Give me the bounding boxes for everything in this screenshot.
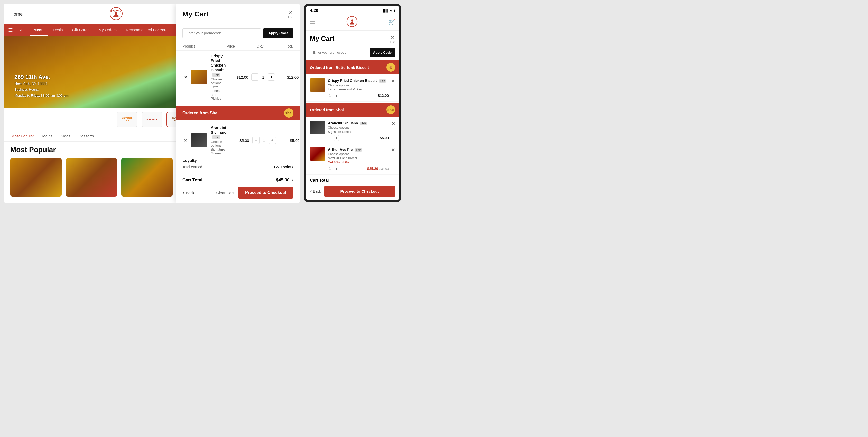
remove-item-1-button[interactable]: ✕ (182, 75, 189, 80)
hero-city: New York, NY 10001 (14, 82, 68, 86)
hero-address: 269 11th Ave. (14, 74, 68, 81)
mobile-apply-code-button[interactable]: Apply Code (370, 48, 395, 57)
mobile-remove-item-1-button[interactable]: ✕ (391, 79, 395, 84)
cart-title: My Cart (182, 10, 209, 18)
item-1-edit-button[interactable]: Edit (212, 73, 220, 77)
mobile-item-3-image (310, 147, 325, 161)
back-button[interactable]: < Back (182, 191, 194, 195)
loyalty-earned-value: +270 points (274, 165, 293, 169)
item-1-qty-decrease[interactable]: − (251, 73, 258, 81)
mobile-remove-item-2-button[interactable]: ✕ (391, 121, 395, 126)
restaurant-shai-avatar: shai (284, 108, 293, 118)
cart-overlay: My Cart ✕ ESC Apply Code Product Price Q… (176, 4, 300, 203)
mobile-item-3-original-price: $38.00 (379, 167, 389, 170)
table-row: ✕ Arancini Siciliano Edit Choose options… (182, 122, 293, 154)
home-link[interactable]: Home (10, 11, 23, 17)
item-1-sub: Extra cheese and Pickles (211, 85, 226, 100)
mobile-item-1-options: Choose options (328, 84, 389, 87)
mobile-item-3-qty-value: 1 (328, 166, 332, 170)
loyalty-earned-label: Total earned (182, 165, 202, 169)
item-2-qty-increase[interactable]: + (269, 137, 276, 144)
cart-total-row: Cart Total $45.00 ▾ (182, 178, 293, 183)
item-2-sub: Signature Greens (211, 148, 227, 154)
mobile-item-2-qty-increase[interactable]: + (334, 135, 339, 141)
svg-point-2 (115, 11, 117, 14)
item-1-price: $12.00 (228, 75, 248, 80)
item-2-qty-decrease[interactable]: − (252, 137, 259, 144)
clear-cart-button[interactable]: Clear Cart (216, 191, 234, 195)
promo-input[interactable] (182, 28, 261, 38)
mobile-item-1-price: $12.00 (378, 94, 389, 98)
apply-code-button[interactable]: Apply Code (263, 28, 293, 38)
mobile-butterfunk-avatar: 🍪 (386, 63, 395, 72)
cat-myorders[interactable]: My Orders (95, 24, 121, 36)
cat-giftcards[interactable]: Gift Cards (68, 24, 94, 36)
item-1-name: Crispy Fried Chicken Biscuit (211, 54, 226, 72)
item-2-name: Arancini Siciliano (211, 125, 227, 134)
mobile-panel: 4:20 ▐▌▌ ≋ ▮ ☰ 🛒 My Cart ✕ ESC (304, 4, 401, 202)
mobile-cart-header: My Cart ✕ ESC (306, 31, 399, 46)
cart-close-button[interactable]: ✕ ESC (288, 9, 293, 19)
restaurant-logo-2[interactable]: GALINHA (142, 112, 162, 127)
restaurant-section-shai: Ordered from Shai shai (176, 106, 300, 120)
mobile-item-2-details: Arancini Siciliano Edit Choose options S… (328, 121, 389, 141)
food-card-1[interactable] (10, 158, 62, 196)
battery-icon: ▮ (394, 9, 395, 12)
remove-item-2-button[interactable]: ✕ (182, 138, 189, 143)
mobile-item-1-qty-increase[interactable]: + (334, 93, 339, 98)
mobile-cart-footer: Cart Total < Back Proceed to Checkout (306, 175, 399, 200)
cart-footer: Cart Total $45.00 ▾ < Back Clear Cart Pr… (176, 173, 300, 203)
col-total: Total (273, 44, 293, 48)
hero-text: 269 11th Ave. New York, NY 10001 Busines… (14, 74, 68, 97)
food-card-3[interactable] (121, 158, 173, 196)
mobile-item-3-edit-button[interactable]: Edit (355, 148, 362, 152)
food-card-2[interactable] (66, 158, 117, 196)
mobile-item-1-edit-button[interactable]: Edit (379, 80, 386, 83)
cat-deals[interactable]: Deals (49, 24, 67, 36)
hamburger-icon[interactable]: ☰ (8, 27, 13, 33)
cat-recommended[interactable]: Recommended For You (122, 24, 170, 36)
mobile-logo (346, 16, 358, 28)
mobile-back-button[interactable]: < Back (310, 189, 321, 193)
mobile-item-3-qty-row: 1 + $25.20 $38.00 (328, 166, 389, 171)
mobile-checkout-button[interactable]: Proceed to Checkout (324, 186, 395, 197)
item-1-total: $12.00 (278, 75, 299, 80)
esc-label: ESC (288, 16, 293, 19)
tab-sides[interactable]: Sides (60, 131, 71, 141)
mobile-nav: ☰ 🛒 (306, 14, 399, 31)
cat-all[interactable]: All (16, 24, 29, 36)
mobile-item-2-edit-button[interactable]: Edit (360, 122, 367, 125)
mobile-promo-input[interactable] (310, 48, 367, 57)
mobile-item-3-sub: Mozarella and Brocoli (328, 156, 389, 160)
restaurant-logo-1[interactable]: UNIVERSETACO (117, 112, 137, 127)
logo: FEASTLY (110, 7, 123, 21)
mobile-restaurant-butterfunk: Ordered from Butterfunk Biscuit 🍪 (306, 60, 399, 74)
mobile-cart-icon[interactable]: 🛒 (388, 19, 395, 25)
mobile-promo-section: Apply Code (306, 46, 399, 59)
tab-most-popular[interactable]: Most Popular (10, 131, 35, 141)
mobile-cart: My Cart ✕ ESC Apply Code Ordered from Bu… (306, 31, 399, 200)
checkout-button[interactable]: Proceed to Checkout (238, 187, 293, 198)
mobile-item-3-name-row: Arthur Ave Pie Edit (328, 147, 389, 152)
wifi-icon: ≋ (390, 9, 392, 12)
cart-total-amount-container: $45.00 ▾ (276, 178, 293, 183)
item-2-image (191, 133, 207, 148)
hero-hours: Monday to Friday | 8:00 am-3:00 pm (14, 94, 68, 97)
mobile-item-2-sub: Signature Greens (328, 130, 389, 133)
tab-mains[interactable]: Mains (41, 131, 54, 141)
cart-header: My Cart ✕ ESC (176, 4, 300, 24)
cart-actions: < Back Clear Cart Proceed to Checkout (182, 187, 293, 198)
cat-menu[interactable]: Menu (30, 24, 48, 36)
mobile-cart-close-button[interactable]: ✕ ESC (390, 35, 395, 44)
mobile-hamburger-icon[interactable]: ☰ (310, 19, 315, 26)
item-2-price: $5.00 (229, 138, 249, 143)
chevron-down-icon: ▾ (292, 178, 293, 182)
item-1-qty-increase[interactable]: + (268, 73, 275, 81)
mobile-item-2-qty-control: 1 + (328, 135, 339, 141)
mobile-item-3-qty-increase[interactable]: + (334, 166, 339, 171)
mobile-item-1-name-row: Crispy Fried Chicken Biscuit Edit (328, 79, 389, 83)
table-row: ✕ Crispy Fried Chicken Biscuit Edit Choo… (182, 51, 293, 104)
mobile-remove-item-3-button[interactable]: ✕ (391, 147, 395, 153)
tab-desserts[interactable]: Desserts (78, 131, 95, 141)
item-2-edit-button[interactable]: Edit (212, 135, 220, 139)
